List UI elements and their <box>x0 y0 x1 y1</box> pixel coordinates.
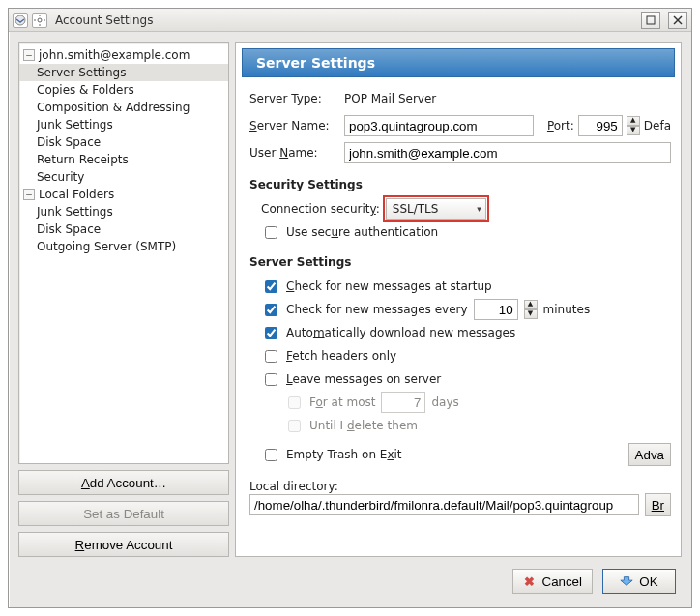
check-startup-label: Check for new messages at startup <box>286 279 492 293</box>
interval-spinner[interactable]: ▲ ▼ <box>524 300 538 319</box>
tree-item-server-settings[interactable]: Server Settings <box>19 64 228 81</box>
cancel-icon: ✖ <box>523 574 537 588</box>
leave-on-server-label: Leave messages on server <box>286 372 441 386</box>
auto-download-checkbox[interactable] <box>265 327 277 339</box>
maximize-button[interactable] <box>641 12 660 29</box>
panel-title: Server Settings <box>242 48 675 77</box>
tree-item-security[interactable]: Security <box>19 168 228 186</box>
for-at-most-label-pre: For at most <box>309 396 375 409</box>
empty-trash-checkbox[interactable] <box>265 449 277 461</box>
until-delete-checkbox <box>288 420 301 432</box>
tree-item-local-disk[interactable]: Disk Space <box>19 220 228 238</box>
user-name-input[interactable] <box>344 142 671 163</box>
interval-down-button[interactable]: ▼ <box>524 309 538 319</box>
server-type-value: POP Mail Server <box>344 92 436 105</box>
tree-item-outgoing-smtp[interactable]: Outgoing Server (SMTP) <box>19 238 228 255</box>
leave-on-server-checkbox[interactable] <box>265 373 277 386</box>
advanced-button[interactable]: Adva <box>628 443 671 466</box>
collapse-icon[interactable]: − <box>23 189 35 200</box>
port-down-button[interactable]: ▼ <box>627 126 640 135</box>
ok-button[interactable]: OK <box>602 569 676 594</box>
tree-item-junk[interactable]: Junk Settings <box>19 116 228 133</box>
server-name-label: Server Name: <box>249 119 338 132</box>
titlebar: Account Settings <box>9 9 691 32</box>
port-up-button[interactable]: ▲ <box>627 116 640 126</box>
empty-trash-label: Empty Trash on Exit <box>286 448 402 461</box>
tree-item-return-receipts[interactable]: Return Receipts <box>19 151 228 168</box>
check-interval-checkbox[interactable] <box>265 304 277 316</box>
until-delete-label: Until I delete them <box>309 419 418 432</box>
interval-up-button[interactable]: ▲ <box>524 300 538 309</box>
port-default-label: Defa <box>644 119 671 132</box>
accounts-tree[interactable]: − john.smith@example.com Server Settings… <box>18 42 229 464</box>
for-at-most-input <box>381 392 425 413</box>
svg-point-1 <box>38 18 42 22</box>
fetch-headers-label: Fetch headers only <box>286 349 396 363</box>
browse-button[interactable]: Br <box>645 493 671 516</box>
window-title: Account Settings <box>51 14 637 27</box>
security-settings-heading: Security Settings <box>249 178 671 191</box>
add-account-button[interactable]: Add Account… <box>18 470 229 495</box>
user-name-label: User Name: <box>249 146 338 160</box>
app-icon <box>13 13 28 28</box>
close-button[interactable] <box>668 12 687 29</box>
auto-download-label: Automatically download new messages <box>286 326 515 339</box>
cancel-button[interactable]: ✖ Cancel <box>512 569 594 594</box>
port-spinner[interactable]: ▲ ▼ <box>627 116 640 135</box>
tree-item-composition[interactable]: Composition & Addressing <box>19 99 228 116</box>
connection-security-select[interactable]: SSL/TLS ▾ <box>386 198 486 220</box>
chevron-down-icon: ▾ <box>477 204 481 214</box>
server-type-label: Server Type: <box>249 92 338 105</box>
local-folders-node[interactable]: − Local Folders <box>19 186 228 203</box>
fetch-headers-checkbox[interactable] <box>265 350 277 363</box>
account-settings-window: Account Settings − john.smith@example.co… <box>8 8 692 608</box>
local-directory-label: Local directory: <box>249 480 338 493</box>
local-directory-input[interactable] <box>249 494 639 515</box>
remove-account-button[interactable]: Remove Account <box>18 532 229 557</box>
port-input[interactable] <box>578 115 623 136</box>
dialog-button-row: ✖ Cancel OK <box>18 565 682 598</box>
account-node[interactable]: − john.smith@example.com <box>19 46 228 64</box>
port-label: Port: <box>547 119 574 132</box>
connection-security-label: Connection security: <box>261 202 380 216</box>
set-default-button: Set as Default <box>18 501 229 526</box>
tree-item-local-junk[interactable]: Junk Settings <box>19 203 228 220</box>
ok-icon <box>620 574 633 588</box>
check-startup-checkbox[interactable] <box>265 280 277 293</box>
collapse-icon[interactable]: − <box>23 49 35 61</box>
svg-rect-6 <box>647 16 655 24</box>
server-settings-heading: Server Settings <box>249 255 671 269</box>
settings-panel: Server Settings Server Type: POP Mail Se… <box>235 42 682 557</box>
for-at-most-checkbox <box>288 396 301 409</box>
tree-item-copies-folders[interactable]: Copies & Folders <box>19 81 228 99</box>
settings-glyph-icon <box>32 13 47 28</box>
check-interval-label-post: minutes <box>543 303 591 316</box>
check-interval-input[interactable] <box>474 299 518 320</box>
accounts-sidebar: − john.smith@example.com Server Settings… <box>18 42 229 557</box>
secure-auth-checkbox[interactable] <box>265 226 277 239</box>
tree-item-disk-space[interactable]: Disk Space <box>19 133 228 151</box>
secure-auth-label: Use secure authentication <box>286 225 438 239</box>
for-at-most-label-post: days <box>431 396 458 409</box>
check-interval-label-pre: Check for new messages every <box>286 303 468 316</box>
server-name-input[interactable] <box>344 115 534 136</box>
